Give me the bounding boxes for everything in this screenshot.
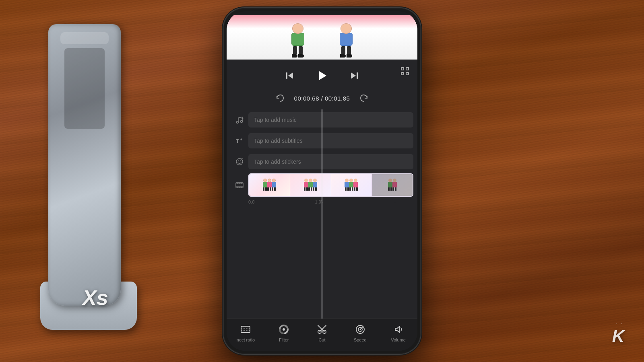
filmstrip-frame-1: [249, 174, 290, 196]
svg-marker-5: [288, 72, 293, 79]
undo-button[interactable]: [273, 92, 286, 105]
phone-device: 00:00.68 / 00:01.85: [223, 8, 421, 354]
fullscreen-button[interactable]: [400, 67, 409, 78]
character-left: [286, 23, 310, 58]
playback-row: [227, 60, 417, 88]
play-button[interactable]: [313, 67, 331, 84]
timeline-marker-start: 0.0': [248, 200, 255, 204]
svg-line-35: [322, 325, 326, 329]
svg-point-10: [241, 121, 243, 123]
notch: [227, 11, 417, 15]
toolbar-aspect-ratio[interactable]: nect ratio: [227, 323, 265, 342]
svg-marker-6: [319, 71, 326, 80]
svg-rect-3: [406, 72, 409, 75]
volume-label: Volume: [391, 337, 406, 342]
time-row: 00:00.68 / 00:01.85: [227, 88, 417, 109]
brand-text-xs: Xs: [83, 286, 108, 310]
cut-icon: [316, 323, 328, 336]
music-track-icon: +: [231, 115, 248, 124]
svg-rect-2: [401, 72, 404, 75]
filmstrip-track[interactable]: [248, 173, 413, 197]
timeline-section: + Tap to add music: [227, 109, 417, 319]
svg-rect-0: [401, 68, 404, 70]
speed-icon: [354, 323, 367, 336]
svg-point-16: [240, 160, 241, 161]
skip-forward-button[interactable]: [347, 68, 361, 83]
svg-rect-1: [406, 68, 409, 70]
svg-rect-7: [357, 72, 358, 79]
svg-rect-28: [241, 326, 250, 333]
music-track-placeholder: Tap to add music: [254, 117, 297, 123]
filter-icon: [277, 323, 290, 336]
timeline-marker-end: ·: [394, 200, 396, 204]
timeline-cursor: [322, 109, 322, 319]
svg-marker-43: [395, 326, 400, 333]
video-track-icon: +: [231, 181, 248, 189]
svg-point-32: [283, 328, 285, 331]
cut-label: Cut: [318, 337, 325, 342]
watermark-dots: · ·: [616, 320, 623, 327]
phone-frame: 00:00.68 / 00:01.85: [223, 8, 421, 354]
bottom-toolbar: nect ratio: [227, 319, 417, 351]
filmstrip-frame-2: [290, 174, 331, 196]
svg-point-9: [237, 121, 239, 123]
skip-back-button[interactable]: [283, 68, 297, 83]
timeline-marker-1: 1.0': [315, 200, 322, 204]
svg-text:+: +: [240, 138, 242, 142]
svg-line-36: [318, 325, 322, 329]
speed-label: Speed: [354, 337, 367, 342]
svg-text:+: +: [241, 181, 243, 185]
video-preview: [227, 15, 417, 60]
svg-point-42: [359, 329, 361, 330]
subtitles-track-placeholder: Tap to add subtitles: [254, 138, 303, 144]
device-holder: [48, 24, 121, 306]
watermark-k: K: [612, 327, 624, 346]
svg-text:+: +: [242, 117, 244, 120]
svg-point-15: [238, 160, 239, 161]
subtitles-track-icon: T +: [231, 136, 248, 145]
stickers-track-placeholder: Tap to add stickers: [254, 158, 301, 165]
svg-rect-4: [286, 72, 287, 79]
toolbar-speed[interactable]: Speed: [341, 323, 379, 342]
aspect-ratio-label: nect ratio: [237, 337, 255, 342]
filmstrip-frame-4: [372, 174, 413, 196]
toolbar-filter[interactable]: Filter: [265, 323, 303, 342]
phone-screen: 00:00.68 / 00:01.85: [227, 11, 417, 351]
time-display: 00:00.68 / 00:01.85: [294, 95, 350, 102]
stickers-track-lane[interactable]: Tap to add stickers: [248, 154, 413, 169]
aspect-ratio-icon: [239, 323, 252, 336]
music-track-lane[interactable]: Tap to add music: [248, 112, 413, 128]
controls-area: 00:00.68 / 00:01.85: [227, 60, 417, 351]
volume-icon: [392, 323, 405, 336]
toolbar-cut[interactable]: Cut: [303, 323, 341, 342]
stickers-track-icon: +: [231, 157, 248, 166]
toolbar-volume[interactable]: Volume: [379, 323, 417, 342]
filter-label: Filter: [279, 337, 289, 342]
svg-marker-8: [351, 72, 356, 79]
redo-button[interactable]: [358, 92, 371, 105]
svg-text:+: +: [241, 157, 243, 160]
subtitles-track-lane[interactable]: Tap to add subtitles: [248, 133, 413, 148]
svg-text:T: T: [236, 138, 239, 144]
transport-controls: [283, 67, 361, 84]
character-right: [334, 23, 358, 58]
filmstrip-frame-3: [331, 174, 372, 196]
